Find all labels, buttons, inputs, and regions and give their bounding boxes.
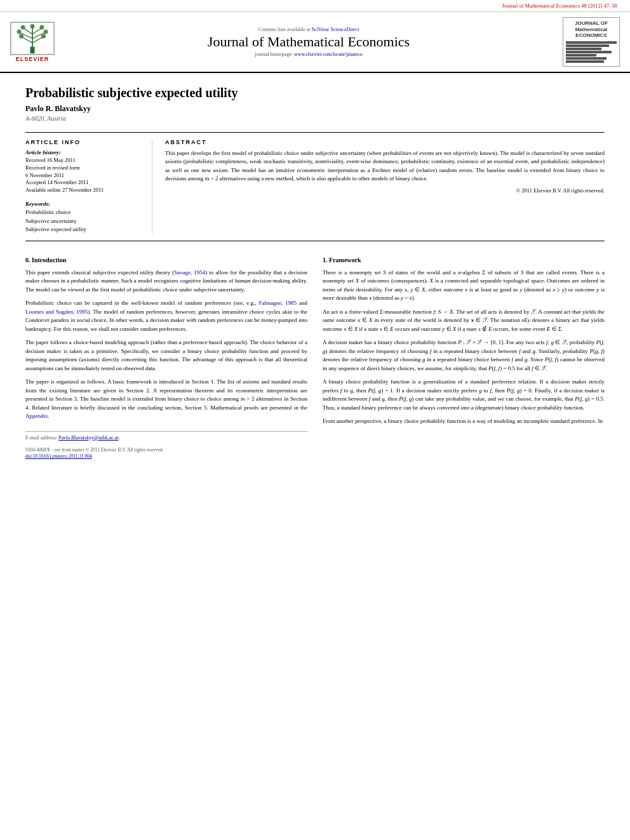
keyword-2: Subjective uncertainty (25, 218, 77, 224)
elsevier-tree-icon (10, 21, 55, 56)
abstract-section: ABSTRACT This paper develops the first m… (165, 139, 605, 234)
article-info-panel: ARTICLE INFO Article history: Received 1… (25, 139, 152, 234)
journal-reference-text: Journal of Mathematical Economics 48 (20… (502, 3, 617, 9)
svg-point-11 (41, 34, 46, 39)
framework-p3: A decision maker has a binary choice pro… (323, 338, 605, 373)
journal-homepage-line: journal homepage: www.elsevier.com/locat… (61, 51, 556, 57)
footnote-email: E-mail address: Pavlo.Blavatskyy@uibk.ac… (25, 434, 307, 442)
article-title: Probabilistic subjective expected utilit… (25, 86, 605, 100)
footer-line2: doi:10.1016/j.jmateco.2011.11.004 (25, 453, 307, 460)
journal-reference-bar: Journal of Mathematical Economics 48 (20… (0, 0, 630, 12)
article-affiliation: A-6020, Austria (25, 115, 605, 122)
intro-p4: The paper is organized as follows. A bas… (25, 378, 307, 421)
intro-p3: The paper follows a choice-based modelin… (25, 338, 307, 373)
left-column: 0. Introduction This paper extends class… (25, 254, 307, 460)
journal-title: Journal of Mathematical Economics (61, 34, 556, 50)
keyword-1: Probabilistic choice (25, 209, 70, 215)
framework-p1: There is a nonempty set S of states of t… (323, 269, 605, 303)
accepted-date: Accepted 14 November 2011 (25, 179, 89, 185)
svg-rect-0 (30, 47, 35, 54)
svg-point-14 (30, 24, 35, 29)
elsevier-logo: ELSEVIER (10, 21, 55, 62)
received-date: Received 16 May 2011 (25, 157, 76, 163)
framework-p4: A binary choice probability function is … (323, 378, 605, 412)
svg-point-12 (44, 30, 48, 34)
homepage-link[interactable]: www.elsevier.com/locate/jmateco (294, 51, 363, 57)
framework-p5: From another perspective, a binary choic… (323, 417, 605, 426)
sciverse-line: Contents lists available at SciVerse Sci… (61, 27, 556, 32)
journal-logo-box: JOURNAL OFMathematicalECONOMICS (563, 17, 620, 67)
email-label: E-mail address: (25, 435, 58, 441)
keyword-3: Subjective expected utility (25, 226, 86, 232)
abstract-title: ABSTRACT (165, 139, 605, 145)
main-content: Probabilistic subjective expected utilit… (0, 73, 630, 473)
doi-link[interactable]: doi:10.1016/j.jmateco.2011.11.004 (25, 453, 92, 459)
loomes-link[interactable]: Loomes and Sugden, 1995 (25, 309, 88, 315)
elsevier-wordmark: ELSEVIER (16, 56, 50, 62)
revised-label: Received in revised form (25, 164, 80, 171)
header-center: Contents lists available at SciVerse Sci… (61, 27, 556, 57)
keywords-list: Probabilistic choice Subjective uncertai… (25, 208, 143, 234)
journal-logo-title: JOURNAL OFMathematicalECONOMICS (566, 20, 617, 39)
body-columns: 0. Introduction This paper extends class… (25, 254, 605, 460)
svg-point-9 (17, 30, 22, 34)
savage-link[interactable]: Savage, 1954 (174, 269, 205, 276)
keywords-label: Keywords: (25, 201, 143, 207)
bottom-footer: 0304-4068/$ – see front matter © 2011 El… (25, 447, 307, 460)
svg-point-13 (39, 25, 44, 30)
footer-line1: 0304-4068/$ – see front matter © 2011 El… (25, 447, 307, 454)
abstract-copyright: © 2011 Elsevier B.V. All rights reserved… (165, 187, 605, 194)
email-link[interactable]: Pavlo.Blavatskyy@uibk.ac.at (58, 435, 119, 441)
revised-date: 6 November 2011 (25, 172, 64, 178)
intro-p2: Probabilistic choice can be captured in … (25, 299, 307, 333)
journal-logo-bars (566, 41, 617, 63)
sciverse-link[interactable]: SciVerse ScienceDirect (312, 27, 359, 32)
svg-line-4 (23, 29, 32, 34)
footnote-area: E-mail address: Pavlo.Blavatskyy@uibk.ac… (25, 431, 307, 442)
sciverse-prefix: Contents lists available at (258, 27, 312, 32)
svg-point-10 (21, 25, 25, 30)
right-column: 1. Framework There is a nonempty set S o… (323, 254, 605, 460)
info-abstract-row: ARTICLE INFO Article history: Received 1… (25, 132, 605, 241)
homepage-prefix: journal homepage: (255, 51, 294, 57)
intro-p1: This paper extends classical subjective … (25, 269, 307, 295)
section-1-heading: 1. Framework (323, 255, 605, 265)
journal-header: ELSEVIER Contents lists available at Sci… (0, 12, 630, 73)
keywords-section: Keywords: Probabilistic choice Subjectiv… (25, 201, 143, 234)
svg-line-7 (32, 29, 41, 34)
svg-point-8 (19, 34, 23, 39)
available-date: Available online 27 November 2011 (25, 187, 104, 193)
article-dates: Received 16 May 2011 Received in revised… (25, 157, 143, 194)
article-info-title: ARTICLE INFO (25, 139, 143, 145)
article-author: Pavlo R. Blavatskyy (25, 104, 605, 114)
framework-p2: An act is a finite-valued Σ-measurable f… (323, 308, 605, 334)
appendix-link[interactable]: Appendix (25, 413, 48, 419)
section-0-heading: 0. Introduction (25, 255, 307, 265)
falmagne-link[interactable]: Falmagne, 1985 (258, 300, 297, 306)
history-label: Article history: (25, 149, 143, 156)
abstract-text: This paper develops the first model of p… (165, 149, 605, 183)
